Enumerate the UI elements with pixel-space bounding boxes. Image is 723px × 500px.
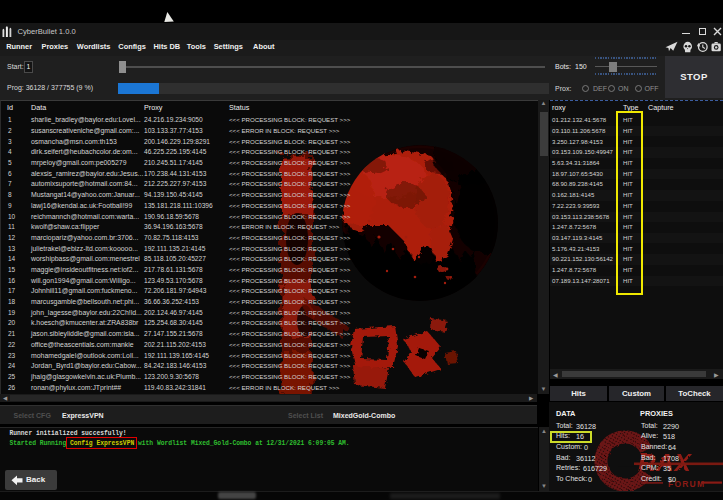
svg-text:FORUM: FORUM	[668, 479, 705, 489]
